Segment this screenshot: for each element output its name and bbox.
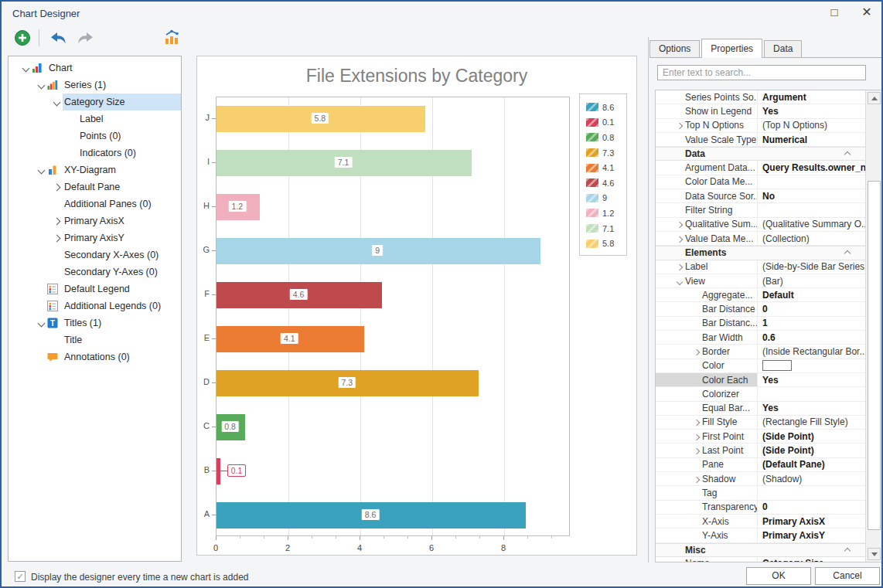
property-name-cell[interactable]: Y-Axis: [656, 529, 758, 542]
property-row-shadow[interactable]: Shadow(Shadow): [656, 472, 865, 486]
property-row-show-in-legend[interactable]: Show in LegendYes: [656, 104, 865, 118]
bar-value-label[interactable]: 4.6: [289, 288, 309, 301]
property-name-cell[interactable]: Argument Data...: [656, 161, 758, 174]
property-row-last-point[interactable]: Last Point(Side Point): [656, 444, 865, 457]
chart-title[interactable]: File Extensions by Category: [197, 66, 636, 87]
property-value[interactable]: 0: [758, 302, 865, 315]
cancel-button[interactable]: Cancel: [815, 567, 880, 585]
ok-button[interactable]: OK: [746, 567, 811, 585]
category-row-elements[interactable]: Elements: [656, 246, 865, 260]
property-row-qualitative-sum[interactable]: Qualitative Sum...(Qualitative Summary O…: [656, 218, 865, 232]
bar-value-label[interactable]: 0.8: [220, 420, 240, 433]
legend-entry-4-6[interactable]: 4.6: [586, 175, 626, 191]
chevron-down-icon[interactable]: [50, 97, 63, 107]
property-row-bar-distanc[interactable]: Bar Distanc...1: [656, 317, 865, 331]
property-value[interactable]: (Side Point): [758, 430, 865, 443]
property-row-top-n-options[interactable]: Top N Options(Top N Options): [656, 119, 865, 133]
redo-icon[interactable]: [76, 32, 94, 50]
property-name-cell[interactable]: Aggregate...: [656, 288, 758, 301]
bar-value-label[interactable]: 0.1: [227, 464, 247, 477]
property-row-color-each[interactable]: Color EachYes: [656, 373, 865, 387]
chevron-right-icon[interactable]: [50, 233, 63, 243]
undo-icon[interactable]: [49, 32, 68, 50]
property-value[interactable]: (Shadow): [758, 472, 865, 485]
legend-entry-0-8[interactable]: 0.8: [586, 130, 626, 145]
property-row-color-data-me[interactable]: Color Data Me...: [656, 175, 865, 189]
property-value[interactable]: Primary AxisY: [758, 529, 865, 542]
property-value[interactable]: Numerical: [758, 133, 865, 146]
property-name-cell[interactable]: First Point: [656, 430, 758, 443]
tree-item-primary-axisy[interactable]: Primary AxisY: [9, 229, 181, 246]
property-value[interactable]: (Top N Options): [758, 119, 865, 132]
chevron-down-icon[interactable]: [35, 318, 47, 328]
property-name-cell[interactable]: Series Points So...: [656, 90, 758, 104]
chevron-right-icon[interactable]: [673, 233, 685, 244]
display-designer-checkbox[interactable]: ✓: [15, 571, 26, 582]
tab-data[interactable]: Data: [764, 40, 802, 57]
chevron-right-icon[interactable]: [50, 182, 63, 192]
property-name-cell[interactable]: Shadow: [656, 472, 758, 485]
bar-value-label[interactable]: 1.2: [228, 200, 247, 212]
tree-item-additional-panes-0[interactable]: Additional Panes (0): [9, 195, 181, 212]
property-value[interactable]: [758, 203, 865, 216]
legend-entry-8-6[interactable]: 8.6: [586, 100, 626, 115]
property-name-cell[interactable]: Value Data Me...: [656, 232, 758, 245]
property-name-cell[interactable]: Fill Style: [656, 416, 758, 429]
property-name-cell[interactable]: Bar Distanc...: [656, 317, 758, 330]
chart-legend[interactable]: 8.60.10.87.34.14.691.27.15.8: [579, 93, 627, 256]
property-name-cell[interactable]: Border: [656, 345, 758, 358]
scrollbar-thumb[interactable]: [868, 181, 881, 530]
maximize-button[interactable]: □: [823, 3, 846, 22]
tree-item-chart[interactable]: Chart: [9, 59, 181, 76]
property-name-cell[interactable]: Bar Width: [656, 331, 758, 344]
category-row-misc[interactable]: Misc: [656, 543, 865, 557]
scroll-up-icon[interactable]: [868, 92, 881, 104]
property-name-cell[interactable]: Transparency: [656, 501, 758, 514]
search-input[interactable]: [657, 65, 866, 80]
property-row-bar-distance[interactable]: Bar Distance0: [656, 302, 865, 316]
property-name-cell[interactable]: Top N Options: [656, 119, 758, 132]
chevron-right-icon[interactable]: [690, 474, 702, 484]
property-name-cell[interactable]: Color Each: [656, 373, 758, 386]
property-name-cell[interactable]: Data Source Sor...: [656, 189, 758, 202]
property-name-cell[interactable]: Name: [656, 557, 758, 562]
property-row-y-axis[interactable]: Y-AxisPrimary AxisY: [656, 529, 865, 542]
tree-item-title[interactable]: Title: [9, 331, 181, 348]
tree-item-xy-diagram[interactable]: XY-Diagram: [9, 161, 181, 178]
property-value[interactable]: Yes: [758, 373, 865, 386]
tree-item-category-size[interactable]: Category Size: [9, 93, 181, 110]
property-row-value-scale-type[interactable]: Value Scale TypeNumerical: [656, 133, 865, 147]
chevron-down-icon[interactable]: [19, 63, 32, 73]
property-value[interactable]: (Inside Rectangular Bor...: [758, 345, 865, 358]
property-row-x-axis[interactable]: X-AxisPrimary AxisX: [656, 515, 865, 529]
legend-entry-5-8[interactable]: 5.8: [586, 236, 626, 251]
property-value[interactable]: Yes: [758, 104, 865, 117]
property-row-pane[interactable]: Pane(Default Pane): [656, 458, 865, 472]
property-name-cell[interactable]: Bar Distance: [656, 302, 758, 315]
chart-type-icon[interactable]: [164, 29, 182, 47]
property-name-cell[interactable]: Pane: [656, 458, 758, 471]
tab-options[interactable]: Options: [649, 40, 700, 57]
chevron-right-icon[interactable]: [50, 216, 63, 226]
collapse-chevron-icon[interactable]: [841, 545, 853, 556]
tree-item-annotations-0[interactable]: Annotations (0): [9, 348, 181, 365]
property-value[interactable]: [758, 175, 865, 189]
tree-item-series-1[interactable]: Series (1): [9, 76, 181, 93]
collapse-chevron-icon[interactable]: [841, 247, 853, 258]
property-row-label[interactable]: Label(Side-by-Side Bar Series...: [656, 260, 865, 274]
property-value[interactable]: Default: [758, 288, 865, 301]
property-row-name[interactable]: NameCategory Size: [656, 557, 865, 562]
property-row-filter-string[interactable]: Filter String: [656, 203, 865, 217]
property-value[interactable]: 0.6: [758, 331, 865, 344]
tree-item-default-pane[interactable]: Default Pane: [9, 178, 181, 195]
tree-item-additional-legends-0[interactable]: Additional Legends (0): [9, 297, 181, 314]
legend-entry-7-1[interactable]: 7.1: [586, 221, 626, 236]
property-value[interactable]: (Collection): [758, 232, 865, 245]
property-value[interactable]: (Side-by-Side Bar Series...: [758, 260, 865, 274]
bar-value-label[interactable]: 7.1: [334, 156, 353, 168]
property-row-fill-style[interactable]: Fill Style(Rectangle Fill Style): [656, 416, 865, 430]
property-row-colorizer[interactable]: Colorizer: [656, 387, 865, 401]
bar-value-label[interactable]: 7.3: [337, 376, 356, 389]
bar-B[interactable]: [216, 458, 220, 484]
property-row-transparency[interactable]: Transparency0: [656, 501, 865, 515]
